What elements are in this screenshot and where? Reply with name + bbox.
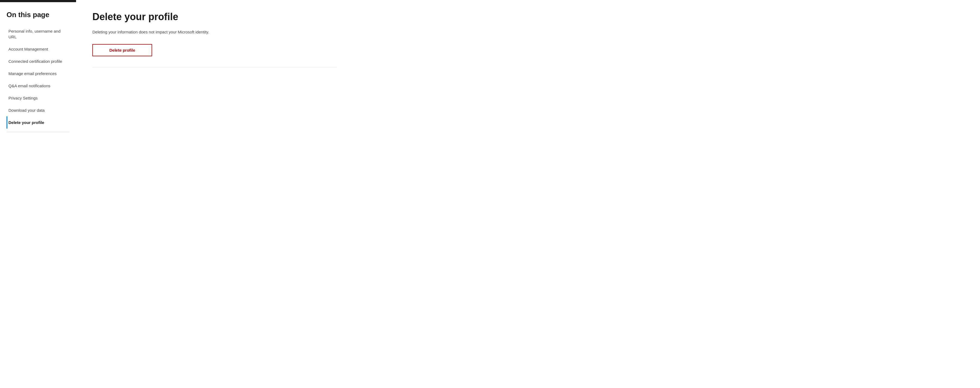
page-title: Delete your profile	[92, 11, 337, 22]
sidebar-item-privacy-settings[interactable]: Privacy Settings	[6, 92, 70, 104]
sidebar-top-bar	[0, 0, 76, 2]
delete-profile-button[interactable]: Delete profile	[92, 44, 152, 56]
sidebar-navigation: Personal info, username and URLAccount M…	[6, 25, 70, 129]
sidebar: On this page Personal info, username and…	[0, 0, 76, 388]
main-content: Delete your profile Deleting your inform…	[76, 0, 980, 388]
sidebar-item-qa-notifications[interactable]: Q&A email notifications	[6, 80, 70, 92]
sidebar-divider	[6, 132, 70, 132]
delete-profile-section: Delete your profile Deleting your inform…	[92, 11, 337, 67]
sidebar-item-connected-certification[interactable]: Connected certification profile	[6, 55, 70, 67]
sidebar-item-download-data[interactable]: Download your data	[6, 104, 70, 117]
sidebar-item-personal-info[interactable]: Personal info, username and URL	[6, 25, 70, 43]
sidebar-item-manage-email[interactable]: Manage email preferences	[6, 67, 70, 80]
sidebar-item-delete-profile[interactable]: Delete your profile	[6, 117, 70, 129]
sidebar-title: On this page	[6, 10, 70, 19]
description-text: Deleting your information does not impac…	[92, 29, 337, 35]
sidebar-item-account-management[interactable]: Account Management	[6, 43, 70, 55]
